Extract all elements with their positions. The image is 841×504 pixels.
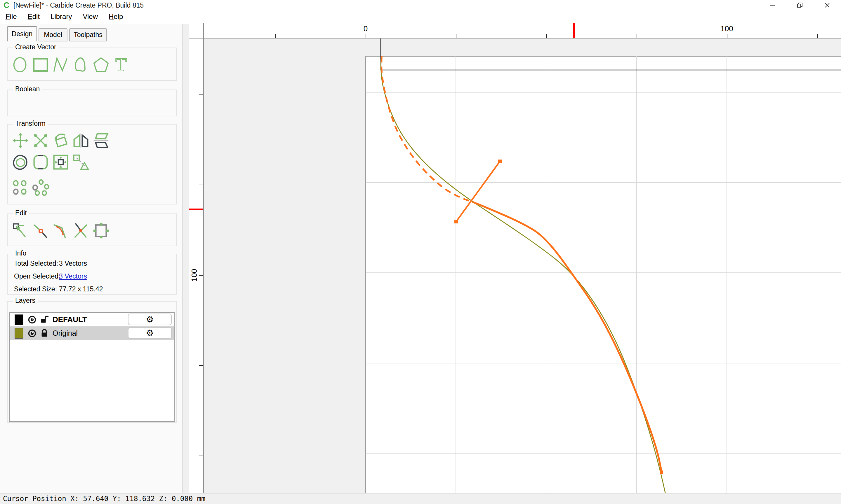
title-bar: C [NewFile]* - Carbide Create PRO, Build… xyxy=(0,0,841,11)
snap-icon xyxy=(73,154,89,170)
scale-icon xyxy=(32,132,49,149)
layer-settings-button[interactable]: ⚙ xyxy=(128,313,172,325)
linear-array-icon xyxy=(12,179,29,196)
menu-view[interactable]: View xyxy=(82,12,98,21)
menu-help[interactable]: Help xyxy=(108,12,123,21)
design-canvas[interactable] xyxy=(204,38,841,493)
vector-node[interactable] xyxy=(660,470,663,474)
restore-icon xyxy=(796,1,804,9)
visibility-eye-icon[interactable] xyxy=(28,329,37,338)
polygon-tool[interactable] xyxy=(93,56,109,74)
rotate-icon xyxy=(53,132,69,149)
layer-color-swatch[interactable] xyxy=(15,314,23,325)
cut-path-tool[interactable] xyxy=(32,222,49,240)
menu-file[interactable]: File xyxy=(5,12,18,21)
polyline-tool[interactable] xyxy=(53,56,69,74)
cursor-x-marker xyxy=(573,23,575,38)
menu-library[interactable]: Library xyxy=(50,12,72,21)
polygon-icon xyxy=(93,56,109,73)
text-icon: T xyxy=(113,56,130,73)
scale-tool[interactable] xyxy=(32,131,49,150)
canvas-drawing xyxy=(204,38,841,493)
mirror-tool[interactable] xyxy=(73,131,89,150)
sidebar-scroll-track[interactable] xyxy=(183,24,189,493)
menu-edit[interactable]: Edit xyxy=(27,12,40,21)
edit-nodes-tool[interactable] xyxy=(93,222,109,240)
curve-icon xyxy=(73,56,89,73)
text-tool[interactable]: T xyxy=(113,56,130,74)
vector-node[interactable] xyxy=(498,160,502,163)
close-icon xyxy=(823,1,831,9)
linear-array-tool[interactable] xyxy=(12,179,29,197)
fillet-icon xyxy=(53,222,69,239)
horizontal-ruler: 0 100 xyxy=(204,23,841,38)
tab-toolpaths[interactable]: Toolpaths xyxy=(69,28,107,41)
minimize-icon xyxy=(769,1,776,9)
ruler-label-100-vertical: 100 xyxy=(190,264,199,287)
offset-icon xyxy=(12,154,29,170)
offset-tool[interactable] xyxy=(12,153,29,171)
app-logo-icon: C xyxy=(3,1,9,10)
flip-vertical-tool[interactable] xyxy=(93,131,109,150)
lock-closed-icon[interactable] xyxy=(40,329,49,338)
trim-tool[interactable] xyxy=(73,222,89,240)
layer-row-original[interactable]: Original ⚙ xyxy=(10,326,174,340)
info-selected-size: Selected Size:77.72 x 115.42 xyxy=(14,285,103,295)
gear-icon: ⚙ xyxy=(146,315,154,324)
layer-name[interactable]: Original xyxy=(53,329,78,338)
flip-vertical-icon xyxy=(93,132,109,149)
visibility-eye-icon[interactable] xyxy=(28,315,37,324)
layer-list: DEFAULT ⚙ Original ⚙ xyxy=(9,312,175,422)
round-corners-icon xyxy=(32,154,49,170)
circular-array-tool[interactable] xyxy=(32,179,49,197)
boolean-group: Boolean xyxy=(7,90,177,116)
cursor-y-marker xyxy=(189,209,203,210)
edit-group: Edit xyxy=(7,214,177,246)
open-vectors-link[interactable]: 3 Vectors xyxy=(59,272,87,280)
circle-tool[interactable] xyxy=(12,56,29,74)
lock-open-icon[interactable] xyxy=(40,315,49,324)
round-corners-tool[interactable] xyxy=(32,153,49,171)
layer-settings-button[interactable]: ⚙ xyxy=(128,327,172,339)
minimize-button[interactable] xyxy=(759,0,786,11)
move-icon xyxy=(12,132,29,149)
menu-bar: File Edit Library View Help xyxy=(0,11,841,23)
ruler-label-100: 100 xyxy=(715,24,738,33)
layer-color-swatch[interactable] xyxy=(15,328,23,339)
shrink-tool[interactable] xyxy=(53,153,69,171)
layers-group: Layers DEFAULT ⚙ Original ⚙ xyxy=(7,301,177,423)
gear-icon: ⚙ xyxy=(146,329,154,338)
cut-path-icon xyxy=(32,222,49,239)
vector-node[interactable] xyxy=(454,220,458,223)
rectangle-icon xyxy=(32,56,49,73)
trim-icon xyxy=(73,222,89,239)
fillet-tool[interactable] xyxy=(53,222,69,240)
left-sidebar: Design Model Toolpaths Create Vector T B… xyxy=(0,24,183,493)
cursor-position-readout: Cursor Position X: 57.640 Y: 118.632 Z: … xyxy=(3,495,206,503)
create-vector-title: Create Vector xyxy=(13,43,59,51)
ruler-corner xyxy=(189,23,204,38)
vertical-ruler: 100 xyxy=(189,38,204,493)
info-group: Info Total Selected:3 Vectors Open Selec… xyxy=(7,254,177,294)
move-tool[interactable] xyxy=(12,131,29,150)
node-select-icon xyxy=(12,222,29,239)
shrink-icon xyxy=(53,154,69,170)
edit-title: Edit xyxy=(13,209,29,217)
snap-tool[interactable] xyxy=(73,153,89,171)
status-bar: Cursor Position X: 57.640 Y: 118.632 Z: … xyxy=(0,493,841,504)
curve-tool[interactable] xyxy=(73,56,89,74)
rotate-tool[interactable] xyxy=(53,131,69,150)
circle-icon xyxy=(12,56,29,73)
close-button[interactable] xyxy=(813,0,841,11)
tab-design[interactable]: Design xyxy=(7,26,37,41)
tab-model[interactable]: Model xyxy=(38,28,67,41)
window-title: [NewFile]* - Carbide Create PRO, Build 8… xyxy=(14,1,144,9)
layer-row-default[interactable]: DEFAULT ⚙ xyxy=(10,313,174,326)
node-select-tool[interactable] xyxy=(12,222,29,240)
create-vector-group: Create Vector T xyxy=(7,48,177,81)
stock-boundary xyxy=(366,56,841,493)
transform-group: Transform xyxy=(7,124,177,204)
rectangle-tool[interactable] xyxy=(32,56,49,74)
layer-name[interactable]: DEFAULT xyxy=(53,315,87,324)
restore-button[interactable] xyxy=(786,0,813,11)
